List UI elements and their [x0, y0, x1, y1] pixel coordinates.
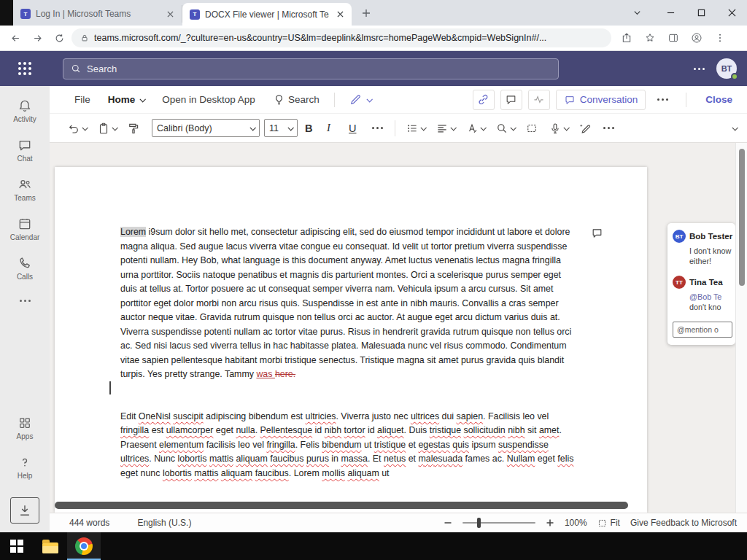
sidebar-item-activity[interactable]: Activity [0, 91, 50, 131]
url-bar[interactable]: teams.microsoft.com/_?culture=en-us&coun… [71, 28, 611, 47]
menu-file[interactable]: File [66, 86, 99, 113]
side-panel-icon[interactable] [664, 28, 683, 47]
comment-thread-item[interactable]: BT Bob Tester I don't know either! [673, 230, 735, 266]
sidebar-item-teams[interactable]: Teams [0, 170, 50, 209]
link-icon [477, 93, 489, 106]
zoom-in-button[interactable] [546, 518, 554, 527]
phone-icon [18, 256, 32, 271]
close-window-button[interactable] [716, 0, 747, 26]
download-desktop-app-button[interactable] [10, 497, 39, 524]
ribbon-more-icon[interactable] [599, 127, 619, 129]
font-name-select[interactable]: Calibri (Body) [152, 119, 260, 137]
editing-mode-button[interactable] [341, 86, 380, 113]
font-color-button[interactable] [462, 118, 488, 139]
browser-tab-docx-viewer[interactable]: T DOCX File viewer | Microsoft Tea [182, 3, 352, 26]
chrome-taskbar-button[interactable] [67, 532, 101, 560]
open-in-desktop-button[interactable]: Open in Desktop App [153, 86, 264, 113]
ellipsis-icon [20, 300, 31, 302]
paragraph[interactable]: Edit OneNisl suscipit adipiscing bibendu… [120, 410, 576, 481]
document-content[interactable]: Lorem i9sum dolor sit hello met, consect… [55, 167, 647, 502]
main-panel: File Home Open in Desktop App Search [50, 86, 747, 532]
people-icon [18, 177, 32, 192]
activity-button[interactable] [528, 90, 550, 110]
underline-button[interactable]: U [346, 118, 363, 139]
taskbar [0, 532, 747, 560]
dictate-button[interactable] [546, 118, 571, 139]
align-icon [436, 122, 449, 135]
comment-reply-input[interactable]: @mention o [673, 322, 732, 338]
user-avatar[interactable]: BT [716, 58, 737, 79]
tab-close-icon[interactable] [164, 8, 176, 20]
conversation-button[interactable]: Conversation [556, 90, 646, 110]
chevron-down-icon [82, 125, 88, 131]
back-icon[interactable] [6, 28, 25, 47]
alignment-button[interactable] [433, 118, 458, 139]
vertical-scrollbar-thumb[interactable] [739, 149, 745, 286]
status-bar: 444 words English (U.S.) 100% Fit Give F… [50, 513, 747, 532]
ribbon-collapse-chevron-icon[interactable] [727, 118, 740, 139]
font-size-select[interactable]: 11 [264, 119, 298, 137]
maximize-button[interactable] [686, 0, 716, 26]
header-more-icon[interactable] [694, 68, 705, 70]
mention-link[interactable]: @Bob Te [689, 292, 721, 301]
teams-search-input[interactable]: Search [63, 58, 559, 79]
format-painter-button[interactable] [124, 118, 143, 139]
avatar: BT [673, 230, 686, 243]
font-more-icon[interactable] [368, 127, 387, 129]
italic-button[interactable]: I [324, 118, 341, 139]
editor-button[interactable] [576, 118, 595, 139]
doc-search-button[interactable]: Search [264, 86, 328, 113]
zoom-out-button[interactable] [444, 518, 452, 527]
language-label[interactable]: English (U.S.) [137, 518, 191, 528]
browser-menu-kebab-icon[interactable] [711, 28, 729, 47]
tab-home[interactable]: Home [99, 86, 154, 113]
word-count[interactable]: 444 words [69, 518, 109, 528]
toolbar-more-icon[interactable] [651, 98, 674, 101]
comment-thread-item[interactable]: TT Tina Tea @Bob Te don't kno [673, 276, 735, 312]
sidebar-item-apps[interactable]: Apps [0, 408, 50, 448]
undo-icon [67, 122, 80, 135]
sidebar-item-more[interactable] [0, 288, 50, 313]
select-objects-button[interactable] [522, 118, 541, 139]
tab-close-icon[interactable] [334, 9, 346, 20]
undo-button[interactable] [64, 118, 90, 139]
fit-to-window-button[interactable]: Fit [597, 518, 620, 528]
paragraph[interactable]: Lorem i9sum dolor sit hello met, consect… [120, 225, 576, 382]
tab-search-chevron-icon[interactable] [624, 0, 649, 26]
zoom-slider-thumb[interactable] [477, 518, 481, 528]
comments-panel: BT Bob Tester I don't know either! TT Ti… [667, 223, 735, 345]
teams-header: Search BT [0, 51, 747, 86]
close-document-button[interactable]: Close [698, 94, 740, 105]
vertical-scrollbar[interactable] [735, 143, 747, 513]
share-icon[interactable] [617, 28, 636, 47]
zoom-slider[interactable] [462, 522, 535, 524]
horizontal-scrollbar-thumb[interactable] [55, 502, 628, 509]
bullets-button[interactable] [403, 118, 428, 139]
comments-button[interactable] [500, 90, 522, 110]
teams-favicon: T [190, 9, 200, 20]
screen: T Log In | Microsoft Teams T DOCX File v… [0, 0, 747, 560]
minimize-button[interactable] [655, 0, 686, 26]
document-page[interactable]: Lorem i9sum dolor sit hello met, consect… [55, 167, 647, 513]
sidebar-item-help[interactable]: Help [0, 448, 50, 487]
find-button[interactable] [492, 118, 518, 139]
sidebar-item-chat[interactable]: Chat [0, 131, 50, 170]
forward-icon[interactable] [28, 28, 47, 47]
new-tab-button[interactable] [356, 3, 376, 23]
margin-comment-icon[interactable] [591, 227, 603, 239]
sidebar-item-calls[interactable]: Calls [0, 249, 50, 288]
file-explorer-button[interactable] [34, 532, 67, 560]
pen-icon [349, 93, 362, 106]
zoom-level[interactable]: 100% [565, 518, 587, 528]
refresh-icon[interactable] [50, 28, 69, 47]
bold-button[interactable]: B [302, 118, 320, 139]
browser-tab-login[interactable]: T Log In | Microsoft Teams [13, 5, 182, 23]
waffle-menu-icon[interactable] [0, 62, 50, 75]
feedback-link[interactable]: Give Feedback to Microsoft [630, 518, 737, 528]
profile-avatar-icon[interactable] [687, 28, 706, 47]
start-button[interactable] [0, 532, 34, 560]
copy-link-button[interactable] [473, 90, 495, 110]
bookmark-star-icon[interactable] [640, 28, 659, 47]
paste-button[interactable] [94, 118, 120, 139]
sidebar-item-calendar[interactable]: Calendar [0, 209, 50, 249]
